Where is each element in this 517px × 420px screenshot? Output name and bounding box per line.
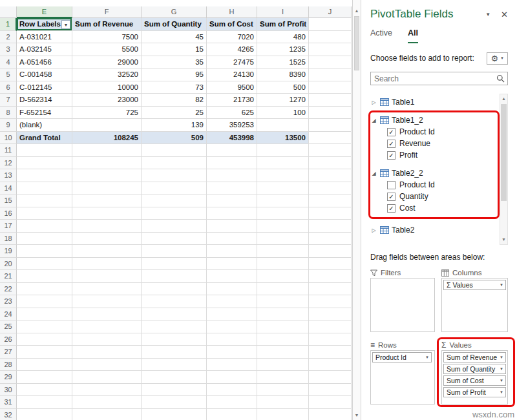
- cell[interactable]: [309, 107, 352, 120]
- cell[interactable]: [142, 182, 207, 195]
- cell[interactable]: [309, 308, 352, 321]
- cell[interactable]: [207, 194, 257, 207]
- row-header[interactable]: 23: [0, 295, 17, 308]
- rows-area-box[interactable]: Product Id▼: [370, 350, 435, 404]
- cell[interactable]: [257, 157, 309, 170]
- cell[interactable]: [309, 68, 352, 81]
- search-input[interactable]: [370, 72, 508, 85]
- cell[interactable]: 4265: [207, 43, 257, 56]
- row-header[interactable]: 14: [0, 182, 17, 195]
- row-header[interactable]: 26: [0, 333, 17, 346]
- row-header[interactable]: 24: [0, 308, 17, 321]
- cell[interactable]: [72, 270, 142, 283]
- cell[interactable]: [207, 220, 257, 233]
- cell[interactable]: [257, 396, 309, 409]
- checkbox[interactable]: ✓: [387, 151, 396, 160]
- cell[interactable]: [142, 409, 207, 420]
- cell[interactable]: [309, 169, 352, 182]
- cell[interactable]: [257, 283, 309, 296]
- row-header[interactable]: 28: [0, 359, 17, 372]
- cell[interactable]: [72, 308, 142, 321]
- cell[interactable]: [257, 384, 309, 397]
- cell[interactable]: [17, 233, 72, 246]
- field-list-scrollbar[interactable]: ▲ ▼: [500, 94, 508, 245]
- cell[interactable]: [142, 144, 207, 157]
- row-header[interactable]: 12: [0, 157, 17, 170]
- cell[interactable]: 5500: [72, 43, 142, 56]
- cell[interactable]: [142, 233, 207, 246]
- cell[interactable]: A-031021: [17, 31, 72, 44]
- scroll-up-icon[interactable]: ▲: [353, 6, 361, 16]
- header-cell[interactable]: Sum of Cost: [207, 18, 257, 31]
- cell[interactable]: [309, 245, 352, 258]
- cell[interactable]: [207, 333, 257, 346]
- cell[interactable]: [72, 144, 142, 157]
- cell[interactable]: 32520: [72, 68, 142, 81]
- scroll-down-icon[interactable]: ▼: [500, 235, 507, 244]
- pane-options-chevron-icon[interactable]: ▼: [485, 12, 491, 17]
- cell[interactable]: 9500: [207, 81, 257, 94]
- cell[interactable]: 10000: [72, 81, 142, 94]
- cell[interactable]: [142, 308, 207, 321]
- row-header[interactable]: 7: [0, 94, 17, 107]
- row-header[interactable]: 29: [0, 371, 17, 384]
- cell[interactable]: [72, 295, 142, 308]
- cell[interactable]: [17, 270, 72, 283]
- scroll-down-icon[interactable]: ▼: [353, 411, 361, 420]
- cell[interactable]: [17, 384, 72, 397]
- cell[interactable]: Grand Total: [17, 132, 72, 145]
- cell[interactable]: [207, 359, 257, 372]
- cell[interactable]: [72, 258, 142, 271]
- cell[interactable]: [72, 359, 142, 372]
- cell[interactable]: [142, 384, 207, 397]
- checkbox[interactable]: ✓: [387, 128, 396, 136]
- cell[interactable]: 8390: [257, 68, 309, 81]
- cell[interactable]: [309, 119, 352, 132]
- cell[interactable]: [309, 295, 352, 308]
- cell[interactable]: [309, 144, 352, 157]
- header-cell[interactable]: Sum of Quantity: [142, 18, 207, 31]
- cell[interactable]: 1525: [257, 56, 309, 69]
- cell[interactable]: [142, 270, 207, 283]
- cell[interactable]: [309, 283, 352, 296]
- cell[interactable]: [207, 396, 257, 409]
- cell[interactable]: [72, 182, 142, 195]
- row-header[interactable]: 31: [0, 396, 17, 409]
- cell[interactable]: [72, 333, 142, 346]
- cell[interactable]: [142, 295, 207, 308]
- cell[interactable]: [257, 308, 309, 321]
- cell[interactable]: [142, 396, 207, 409]
- cell[interactable]: [142, 169, 207, 182]
- column-header[interactable]: J: [309, 6, 352, 18]
- cell[interactable]: [72, 409, 142, 420]
- cell[interactable]: [309, 320, 352, 333]
- cell[interactable]: [257, 207, 309, 220]
- cell[interactable]: [142, 359, 207, 372]
- cell[interactable]: [207, 371, 257, 384]
- cell[interactable]: 7020: [207, 31, 257, 44]
- cell[interactable]: [17, 144, 72, 157]
- cell[interactable]: [17, 409, 72, 420]
- cell[interactable]: [17, 283, 72, 296]
- cell[interactable]: [207, 384, 257, 397]
- cell[interactable]: [17, 220, 72, 233]
- cell[interactable]: [17, 207, 72, 220]
- cell[interactable]: [142, 283, 207, 296]
- cell[interactable]: [142, 320, 207, 333]
- cell[interactable]: [72, 194, 142, 207]
- cell[interactable]: 24130: [207, 68, 257, 81]
- row-header[interactable]: 9: [0, 119, 17, 132]
- cell[interactable]: [309, 207, 352, 220]
- cell[interactable]: [257, 320, 309, 333]
- row-header[interactable]: 15: [0, 194, 17, 207]
- header-cell[interactable]: Sum of Profit: [257, 18, 309, 31]
- cell[interactable]: [207, 182, 257, 195]
- cell[interactable]: D-562314: [17, 94, 72, 107]
- cell[interactable]: [142, 220, 207, 233]
- field-checkbox-item[interactable]: Product Id: [370, 179, 500, 191]
- cell[interactable]: 108245: [72, 132, 142, 145]
- checkbox[interactable]: ✓: [387, 140, 396, 148]
- field-pill[interactable]: Sum of Revenue▼: [443, 352, 506, 362]
- cell[interactable]: [257, 333, 309, 346]
- cell[interactable]: 95: [142, 68, 207, 81]
